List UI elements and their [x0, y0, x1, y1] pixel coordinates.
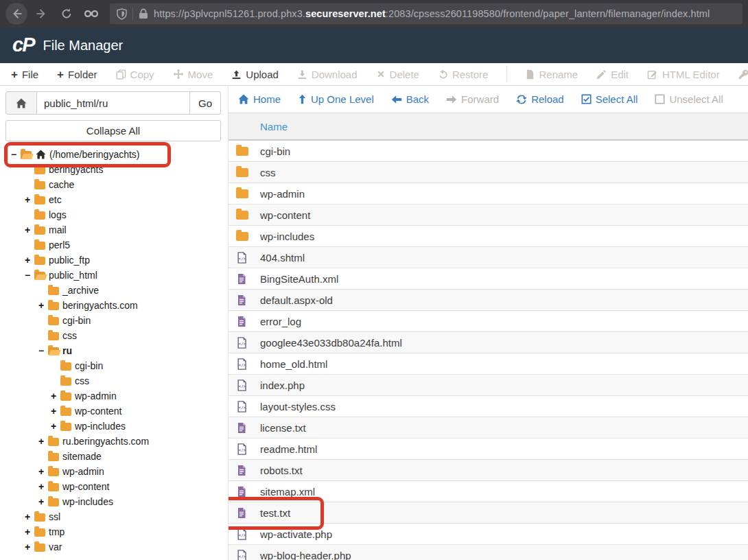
file-row[interactable]: </> googlee43e033db80a24fa.html	[229, 332, 748, 353]
upload-button[interactable]: Upload	[231, 69, 279, 80]
tree-item-label: wp-includes	[75, 421, 126, 432]
code-file-icon: </>	[236, 528, 248, 540]
tree-expander-icon[interactable]: +	[38, 481, 48, 492]
tree-item[interactable]: + wp-includes	[5, 494, 221, 509]
tree-expander-icon[interactable]: +	[38, 496, 48, 507]
html-editor-button[interactable]: HTML Editor	[647, 69, 720, 80]
rename-button[interactable]: Rename	[526, 69, 578, 80]
folder-icon	[60, 423, 71, 431]
tree-item[interactable]: logs	[5, 207, 221, 222]
file-row[interactable]: </> 404.shtml	[229, 247, 748, 268]
file-row[interactable]: </> wp-content	[229, 205, 748, 226]
shield-icon[interactable]	[117, 8, 127, 20]
tree-item[interactable]: cgi-bin	[5, 313, 221, 328]
file-row[interactable]: </> sitemap.xml	[229, 481, 748, 502]
tree-expander-icon[interactable]: +	[38, 300, 48, 311]
tree-item[interactable]: + etc	[5, 192, 221, 207]
new-folder-button[interactable]: +Folder	[57, 69, 97, 80]
tree-expander-icon[interactable]: +	[25, 511, 34, 522]
restore-button[interactable]: Restore	[438, 69, 489, 80]
tree-expander-icon[interactable]: −	[38, 345, 48, 356]
tree-expander-icon[interactable]: +	[25, 541, 34, 552]
tree-item[interactable]: + wp-admin	[5, 464, 221, 479]
tree-item[interactable]: − public_html	[5, 268, 221, 283]
file-row[interactable]: </> license.txt	[229, 417, 748, 439]
file-type-icon: </>	[236, 528, 248, 540]
file-row[interactable]: </> wp-includes	[229, 226, 748, 247]
new-file-button[interactable]: +File	[11, 69, 38, 80]
file-row[interactable]: </> robots.txt	[229, 460, 748, 481]
file-row[interactable]: </> layout-styles.css	[229, 396, 748, 417]
file-row[interactable]: </> test.txt	[229, 502, 748, 524]
tree-expander-icon[interactable]: +	[25, 194, 34, 205]
tree-item[interactable]: + public_ftp	[5, 253, 221, 268]
tree-item[interactable]: + ru.beringyachts.com	[5, 434, 221, 449]
tree-item[interactable]: perl5	[5, 237, 221, 253]
file-row[interactable]: </> readme.html	[229, 439, 748, 460]
file-row[interactable]: </> wp-blog-header.php	[229, 545, 748, 560]
tree-expander-icon[interactable]: +	[51, 421, 60, 432]
tree-expander-icon[interactable]: +	[38, 466, 48, 477]
text-file-icon	[236, 507, 247, 519]
lock-icon[interactable]	[139, 8, 148, 19]
tree-item[interactable]: + beringyachts.com	[5, 298, 221, 313]
file-row[interactable]: </> default.aspx-old	[229, 290, 748, 311]
file-row[interactable]: </> wp-admin	[229, 183, 748, 205]
select-all-button[interactable]: Select All	[581, 93, 638, 105]
browser-back-button[interactable]	[5, 3, 27, 25]
svg-text:</>: </>	[239, 554, 246, 559]
move-button[interactable]: Move	[173, 69, 213, 80]
file-row[interactable]: </> error_log	[229, 311, 748, 332]
tree-item[interactable]: css	[5, 373, 221, 388]
tree-expander-icon[interactable]: +	[51, 406, 60, 417]
tree-item[interactable]: − ru	[5, 343, 221, 358]
path-input[interactable]	[37, 91, 190, 115]
file-row[interactable]: </> home_old.html	[229, 353, 748, 375]
tree-item[interactable]: + wp-includes	[5, 419, 221, 434]
browser-forward-button[interactable]	[32, 3, 52, 24]
file-row[interactable]: </> cgi-bin	[229, 141, 748, 162]
file-row[interactable]: </> css	[229, 162, 748, 183]
home-button[interactable]: Home	[238, 93, 281, 105]
tree-item[interactable]: + mail	[5, 222, 221, 237]
tree-item[interactable]: + ssl	[5, 509, 221, 524]
collapse-all-button[interactable]: Collapse All	[5, 120, 221, 141]
tree-item[interactable]: + wp-content	[5, 479, 221, 494]
permissions-button[interactable]: Permissions	[738, 69, 748, 80]
path-home-button[interactable]	[5, 91, 37, 115]
tree-item[interactable]: sitemade	[5, 449, 221, 464]
tree-item[interactable]: css	[5, 328, 221, 343]
file-row[interactable]: </> wp-activate.php	[229, 524, 748, 545]
tree-expander-icon[interactable]: −	[11, 149, 21, 160]
tree-item[interactable]: + wp-admin	[5, 388, 221, 404]
up-one-level-button[interactable]: Up One Level	[298, 93, 374, 105]
delete-button[interactable]: Delete	[376, 69, 419, 80]
tree-item[interactable]: + tmp	[5, 524, 221, 539]
file-row[interactable]: </> BingSiteAuth.xml	[229, 268, 748, 290]
address-bar[interactable]: https://p3plvcpnl51261.prod.phx3.secures…	[110, 3, 743, 24]
tree-item[interactable]: − (/home/beringyachts)	[5, 147, 221, 162]
reload-button[interactable]: Reload	[516, 93, 564, 105]
copy-button[interactable]: Copy	[116, 69, 154, 80]
file-row[interactable]: </> index.php	[229, 375, 748, 396]
tree-item[interactable]: + var	[5, 539, 221, 555]
browser-reload-button[interactable]	[56, 3, 77, 24]
tree-expander-icon[interactable]: +	[38, 436, 48, 447]
tree-item[interactable]: beringyachts	[5, 162, 221, 177]
tree-expander-icon[interactable]: +	[25, 255, 34, 266]
tree-expander-icon[interactable]: +	[51, 390, 60, 401]
tree-item[interactable]: + wp-content	[5, 404, 221, 419]
back-button[interactable]: Back	[391, 93, 429, 105]
edit-button[interactable]: Edit	[596, 69, 629, 80]
tree-expander-icon[interactable]: +	[25, 526, 34, 537]
tree-expander-icon[interactable]: −	[25, 270, 34, 281]
forward-button[interactable]: Forward	[446, 93, 499, 105]
download-button[interactable]: Download	[297, 69, 358, 80]
tree-item[interactable]: _archive	[5, 283, 221, 298]
name-column-header[interactable]: Name	[229, 113, 748, 141]
tree-item[interactable]: cgi-bin	[5, 358, 221, 373]
tree-item[interactable]: cache	[5, 177, 221, 192]
go-button[interactable]: Go	[190, 91, 221, 115]
unselect-all-button[interactable]: Unselect All	[655, 93, 723, 105]
tree-expander-icon[interactable]: +	[25, 224, 34, 235]
